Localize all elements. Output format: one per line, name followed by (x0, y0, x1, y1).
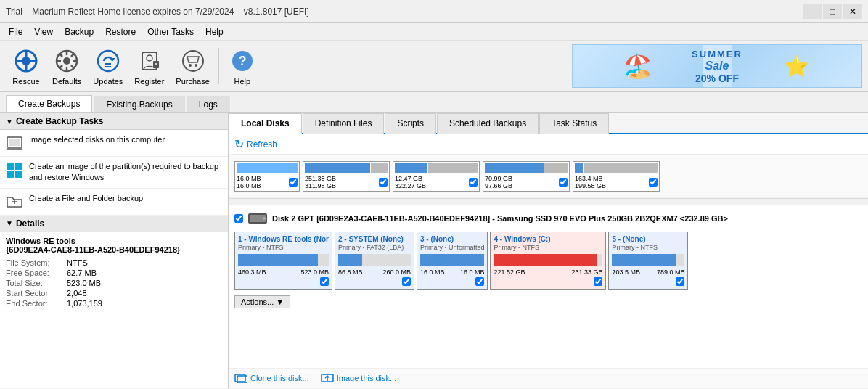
summer-sale-banner[interactable]: 🏖️ ⭐ SUMMER Sale 20% OFF (572, 44, 862, 88)
close-button[interactable]: ✕ (843, 4, 862, 19)
image-disk-link[interactable]: Image this disk... (321, 373, 397, 383)
partition-1-num: 1 - Windows RE tools (Nor (238, 235, 329, 243)
svg-point-18 (195, 64, 197, 67)
tab-existing-backups[interactable]: Existing Backups (94, 96, 184, 112)
disk-thumbs-scrollbar[interactable] (229, 198, 868, 205)
partitions-container: 1 - Windows RE tools (Nor Primary - NTFS… (234, 232, 862, 290)
partition-3-bar-fill (420, 254, 485, 266)
disk2-checkbox[interactable] (234, 214, 243, 223)
help-button[interactable]: ? Help (222, 44, 263, 89)
menu-backup[interactable]: Backup (59, 25, 99, 38)
defaults-button[interactable]: Defaults (46, 44, 87, 89)
disk-thumb-4-checkbox[interactable] (559, 178, 568, 187)
menu-view[interactable]: View (28, 25, 59, 38)
rescue-button[interactable]: Rescue (6, 44, 46, 89)
partition-1-bar-fill (238, 254, 318, 266)
disk-thumbnails-bar: 16.0 MB16.0 MB 251.38 GB311.98 GB (229, 155, 868, 198)
svg-rect-24 (7, 163, 14, 170)
svg-rect-22 (9, 139, 20, 146)
partition-5-checkbox[interactable] (676, 277, 684, 286)
partition-3-type: Primary - Unformatted (420, 244, 485, 251)
disk-thumb-1[interactable]: 16.0 MB16.0 MB (234, 161, 300, 192)
partition-2-sizes: 86.8 MB 260.0 MB (338, 269, 411, 276)
tab-local-disks[interactable]: Local Disks (229, 113, 302, 134)
disk-detail-header: Disk 2 GPT [6D09E2A3-CAE8-11EB-A520-B40E… (234, 211, 862, 226)
partition-5-type: Primary - NTFS (612, 244, 684, 251)
toolbar-separator (218, 48, 219, 84)
rescue-label: Rescue (12, 77, 39, 86)
disk-thumb-3-checkbox[interactable] (469, 178, 478, 187)
partition-4-num: 4 - Windows (C:) (494, 235, 602, 243)
partition-2-bar-wrap (338, 254, 411, 266)
partition-windows-c[interactable]: 4 - Windows (C:) Primary - NTFS 221.52 G… (490, 232, 606, 290)
disk-thumb-5-checkbox[interactable] (649, 178, 658, 187)
tab-create-backups[interactable]: Create Backups (6, 95, 92, 112)
create-tasks-label: Create Backup Tasks (16, 116, 104, 126)
details-header: ▼ Details (0, 216, 228, 232)
minimize-button[interactable]: ─ (803, 4, 822, 19)
disk-thumb-1-checkbox[interactable] (289, 178, 298, 187)
disk-detail-label: Disk 2 GPT [6D09E2A3-CAE8-11EB-A520-B40E… (272, 214, 728, 223)
partition-win-re[interactable]: 1 - Windows RE tools (Nor Primary - NTFS… (234, 232, 332, 290)
partition-system[interactable]: 2 - SYSTEM (None) Primary - FAT32 (LBA) … (335, 232, 414, 290)
startsector-label: Start Sector: (6, 289, 64, 298)
menu-restore[interactable]: Restore (99, 25, 142, 38)
bottom-bar: Clone this disk... Image this disk... (229, 368, 868, 388)
task-file-folder[interactable]: Create a File and Folder backup (0, 189, 228, 216)
tab-definition-files[interactable]: Definition Files (303, 113, 385, 134)
disk-thumb-4[interactable]: 70.99 GB97.66 GB (483, 161, 570, 192)
disk-thumb-5[interactable]: 163.4 MB199.58 GB (573, 161, 660, 192)
actions-button[interactable]: Actions... ▼ (234, 295, 290, 308)
toolbar: Rescue Defaults Updates Register Purchas… (0, 41, 868, 92)
updates-button[interactable]: Updates (87, 44, 128, 89)
menu-help[interactable]: Help (200, 25, 229, 38)
disk-thumb-3[interactable]: 12.47 GB322.27 GB (393, 161, 480, 192)
endsector-value: 1,073,159 (67, 299, 102, 308)
svg-rect-14 (153, 61, 159, 68)
partition-4-checkbox[interactable] (594, 277, 602, 286)
inner-tab-bar: Local Disks Definition Files Scripts Sch… (229, 113, 868, 134)
register-button[interactable]: Register (128, 44, 170, 89)
register-label: Register (134, 77, 164, 86)
purchase-button[interactable]: Purchase (170, 44, 215, 89)
purchase-icon (179, 46, 208, 75)
menu-file[interactable]: File (3, 25, 28, 38)
filesystem-value: NTFS (67, 258, 88, 267)
partition-5-bar-wrap (612, 254, 684, 266)
refresh-label[interactable]: Refresh (247, 139, 277, 150)
svg-rect-27 (15, 171, 22, 178)
partition-3-bar-wrap (420, 254, 485, 266)
filesystem-label: File System: (6, 258, 64, 267)
partition-2-type: Primary - FAT32 (LBA) (338, 244, 411, 251)
disk-thumb-2[interactable]: 251.38 GB311.98 GB (303, 161, 390, 192)
menu-other-tasks[interactable]: Other Tasks (142, 25, 200, 38)
partition-1-checkbox[interactable] (320, 277, 329, 286)
clone-disk-link[interactable]: Clone this disk... (234, 373, 309, 383)
freespace-label: Free Space: (6, 269, 64, 277)
rescue-icon (12, 46, 41, 75)
refresh-icon[interactable]: ↻ (234, 137, 244, 151)
partition-3-num: 3 - (None) (420, 235, 485, 243)
menu-bar: File View Backup Restore Other Tasks Hel… (0, 23, 868, 41)
tab-scripts[interactable]: Scripts (385, 113, 436, 134)
main-tab-bar: Create Backups Existing Backups Logs (0, 92, 868, 113)
task-image-disks[interactable]: Image selected disks on this computer (0, 130, 228, 157)
partition-none2[interactable]: 5 - (None) Primary - NTFS 703.5 MB 789.0… (608, 232, 688, 290)
tab-task-status[interactable]: Task Status (539, 113, 609, 134)
partition-1-sizes: 460.3 MB 523.0 MB (238, 269, 329, 276)
create-tasks-arrow: ▼ (6, 118, 13, 126)
partition-none1[interactable]: 3 - (None) Primary - Unformatted 16.0 MB… (417, 232, 488, 290)
task-image-windows[interactable]: Create an image of the partition(s) requ… (0, 157, 228, 189)
partition-2-checkbox[interactable] (402, 277, 411, 286)
disk-thumb-2-checkbox[interactable] (379, 178, 388, 187)
updates-icon (94, 46, 123, 75)
partition-4-bar-fill (494, 254, 597, 266)
tab-scheduled-backups[interactable]: Scheduled Backups (437, 113, 539, 134)
details-startsector-row: Start Sector: 2,048 (6, 289, 222, 298)
partition-3-checkbox[interactable] (475, 277, 484, 286)
svg-point-32 (263, 217, 266, 220)
maximize-button[interactable]: □ (823, 4, 842, 19)
banner-discount: 20% OFF (692, 73, 742, 84)
freespace-value: 62.7 MB (67, 269, 97, 277)
tab-logs[interactable]: Logs (187, 96, 230, 112)
